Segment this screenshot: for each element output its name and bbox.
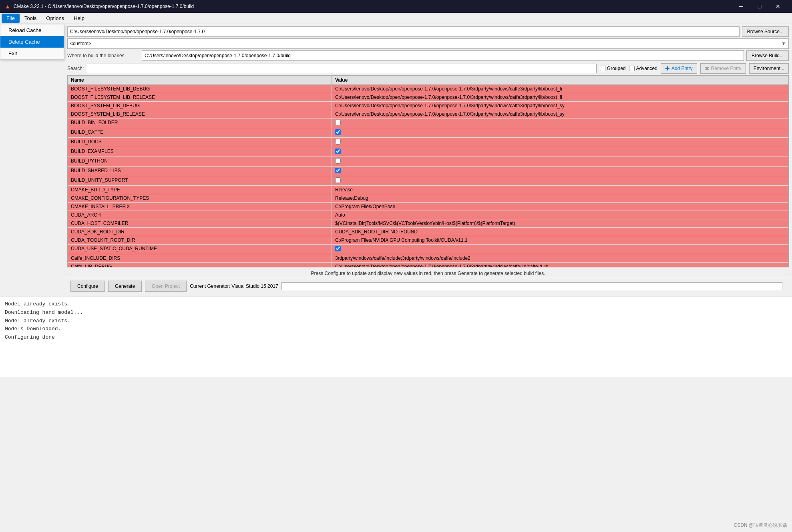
cell-name: BUILD_BIN_FOLDER bbox=[68, 118, 332, 128]
cell-value: Auto bbox=[332, 211, 788, 219]
browse-build-button[interactable]: Browse Build... bbox=[746, 50, 789, 61]
cell-value[interactable] bbox=[332, 128, 788, 137]
cell-name: BUILD_DOCS bbox=[68, 138, 332, 147]
cell-name: BOOST_FILESYSTEM_LIB_RELEASE bbox=[68, 93, 332, 101]
table-row[interactable]: CUDA_ARCHAuto bbox=[68, 211, 788, 219]
cell-name: BUILD_PYTHON bbox=[68, 157, 332, 166]
generate-button[interactable]: Generate bbox=[108, 281, 142, 292]
menu-options[interactable]: Options bbox=[41, 14, 69, 23]
cell-value: C:/Users/lenovo/Desktop/open/openpose-1.… bbox=[332, 263, 788, 267]
table-row[interactable]: BUILD_SHARED_LIBS bbox=[68, 167, 788, 176]
log-line: Models Downloaded. bbox=[5, 325, 787, 333]
cell-value[interactable] bbox=[332, 118, 788, 128]
main-content: Browse Source... <custom> ▼ Where to bui… bbox=[64, 24, 792, 297]
menu-file[interactable]: File bbox=[2, 14, 20, 23]
table-row[interactable]: BOOST_FILESYSTEM_LIB_RELEASEC:/Users/len… bbox=[68, 93, 788, 102]
table-row[interactable]: CUDA_SDK_ROOT_DIRCUDA_SDK_ROOT_DIR-NOTFO… bbox=[68, 228, 788, 236]
source-path-input[interactable] bbox=[67, 26, 740, 37]
environment-button[interactable]: Environment... bbox=[749, 63, 789, 74]
table-row[interactable]: BUILD_UNITY_SUPPORT bbox=[68, 176, 788, 186]
table-row[interactable]: CUDA_TOOLKIT_ROOT_DIRC:/Program Files/NV… bbox=[68, 236, 788, 245]
title-bar: ▲ CMake 3.22.1 - C:/Users/lenovo/Desktop… bbox=[0, 0, 792, 13]
cell-name: CUDA_USE_STATIC_CUDA_RUNTIME bbox=[68, 245, 332, 254]
window-title: CMake 3.22.1 - C:/Users/lenovo/Desktop/o… bbox=[14, 4, 194, 9]
configure-button[interactable]: Configure bbox=[70, 281, 105, 292]
search-progress-bar bbox=[281, 282, 782, 290]
cmake-table: Name Value BOOST_FILESYSTEM_LIB_DEBUGC:/… bbox=[67, 75, 789, 267]
cell-value: 3rdparty/windows/caffe/include;3rdparty/… bbox=[332, 254, 788, 262]
cell-value: CUDA_SDK_ROOT_DIR-NOTFOUND bbox=[332, 228, 788, 236]
cell-checkbox[interactable] bbox=[335, 139, 341, 145]
cell-value[interactable] bbox=[332, 245, 788, 254]
cell-name: Caffe_LIB_DEBUG bbox=[68, 263, 332, 267]
cell-value[interactable] bbox=[332, 167, 788, 176]
cell-name: CMAKE_CONFIGURATION_TYPES bbox=[68, 194, 332, 202]
maximize-button[interactable]: □ bbox=[750, 0, 769, 13]
table-row[interactable]: CMAKE_BUILD_TYPERelease bbox=[68, 186, 788, 194]
table-row[interactable]: BUILD_DOCS bbox=[68, 138, 788, 147]
cell-value[interactable] bbox=[332, 157, 788, 166]
cell-value[interactable] bbox=[332, 176, 788, 185]
table-row[interactable]: CMAKE_CONFIGURATION_TYPESRelease;Debug bbox=[68, 194, 788, 203]
advanced-label: Advanced bbox=[636, 66, 657, 71]
open-project-button: Open Project bbox=[145, 281, 187, 292]
browse-source-button[interactable]: Browse Source... bbox=[742, 26, 789, 37]
remove-entry-button[interactable]: ✖ Remove Entry bbox=[700, 63, 746, 74]
table-row[interactable]: Caffe_LIB_DEBUGC:/Users/lenovo/Desktop/o… bbox=[68, 263, 788, 267]
cell-checkbox[interactable] bbox=[335, 129, 341, 135]
menu-help[interactable]: Help bbox=[69, 14, 89, 23]
table-row[interactable]: BUILD_EXAMPLES bbox=[68, 147, 788, 157]
table-row[interactable]: BOOST_SYSTEM_LIB_DEBUGC:/Users/lenovo/De… bbox=[68, 102, 788, 110]
cell-checkbox[interactable] bbox=[335, 246, 341, 251]
table-row[interactable]: CUDA_HOST_COMPILER$(VCInstallDir)Tools/M… bbox=[68, 219, 788, 228]
table-row[interactable]: CUDA_USE_STATIC_CUDA_RUNTIME bbox=[68, 245, 788, 254]
table-row[interactable]: BOOST_FILESYSTEM_LIB_DEBUGC:/Users/lenov… bbox=[68, 85, 788, 93]
cell-name: CMAKE_INSTALL_PREFIX bbox=[68, 203, 332, 211]
cell-value[interactable] bbox=[332, 138, 788, 147]
custom-preset-row: <custom> ▼ bbox=[67, 38, 789, 49]
add-entry-icon: ✚ bbox=[665, 65, 670, 72]
dropdown-exit[interactable]: Exit bbox=[0, 48, 64, 59]
grouped-checkbox-group: Grouped bbox=[600, 66, 626, 71]
build-path-row: Where to build the binaries: Browse Buil… bbox=[67, 50, 789, 61]
custom-preset-combo[interactable]: <custom> ▼ bbox=[67, 38, 789, 49]
status-text: Press Configure to update and display ne… bbox=[311, 271, 545, 276]
minimize-button[interactable]: ─ bbox=[732, 0, 750, 13]
cell-value: C:/Users/lenovo/Desktop/open/openpose-1.… bbox=[332, 85, 788, 93]
add-entry-button[interactable]: ✚ Add Entry bbox=[661, 63, 697, 74]
search-label: Search: bbox=[67, 66, 84, 71]
cell-name: Caffe_INCLUDE_DIRS bbox=[68, 254, 332, 262]
menu-tools[interactable]: Tools bbox=[20, 14, 41, 23]
close-button[interactable]: ✕ bbox=[769, 0, 787, 13]
table-body: BOOST_FILESYSTEM_LIB_DEBUGC:/Users/lenov… bbox=[68, 85, 788, 267]
table-row[interactable]: BUILD_PYTHON bbox=[68, 157, 788, 167]
log-area: Model already exists.Downloading hand mo… bbox=[0, 297, 792, 377]
table-row[interactable]: BOOST_SYSTEM_LIB_RELEASEC:/Users/lenovo/… bbox=[68, 110, 788, 118]
grouped-checkbox[interactable] bbox=[600, 66, 605, 71]
cell-checkbox[interactable] bbox=[335, 168, 341, 173]
build-path-input[interactable] bbox=[142, 50, 744, 61]
dropdown-delete-cache[interactable]: Delete Cache bbox=[0, 36, 64, 48]
cell-name: BOOST_SYSTEM_LIB_RELEASE bbox=[68, 110, 332, 118]
cell-name: BUILD_CAFFE bbox=[68, 128, 332, 137]
dropdown-reload-cache[interactable]: Reload Cache bbox=[0, 24, 64, 36]
cell-value: $(VCInstallDir)Tools/MSVC/$(VCToolsVersi… bbox=[332, 219, 788, 227]
cell-value[interactable] bbox=[332, 147, 788, 157]
log-line: Model already exists. bbox=[5, 300, 787, 309]
cell-value: C:/Program Files/OpenPose bbox=[332, 203, 788, 211]
table-row[interactable]: Caffe_INCLUDE_DIRS3rdparty/windows/caffe… bbox=[68, 254, 788, 263]
generator-label: Current Generator: Visual Studio 15 2017 bbox=[190, 283, 278, 289]
advanced-checkbox[interactable] bbox=[629, 66, 635, 71]
col-value-header: Value bbox=[332, 76, 788, 84]
cell-checkbox[interactable] bbox=[335, 149, 341, 154]
cell-checkbox[interactable] bbox=[335, 158, 341, 164]
table-row[interactable]: BUILD_CAFFE bbox=[68, 128, 788, 138]
table-row[interactable]: BUILD_BIN_FOLDER bbox=[68, 118, 788, 128]
cell-name: CUDA_TOOLKIT_ROOT_DIR bbox=[68, 236, 332, 244]
table-row[interactable]: CMAKE_INSTALL_PREFIXC:/Program Files/Ope… bbox=[68, 203, 788, 211]
log-line: Model already exists. bbox=[5, 317, 787, 325]
combo-arrow-icon: ▼ bbox=[781, 41, 786, 46]
cell-checkbox[interactable] bbox=[335, 120, 341, 125]
cell-checkbox[interactable] bbox=[335, 177, 341, 183]
search-input[interactable] bbox=[87, 64, 596, 73]
